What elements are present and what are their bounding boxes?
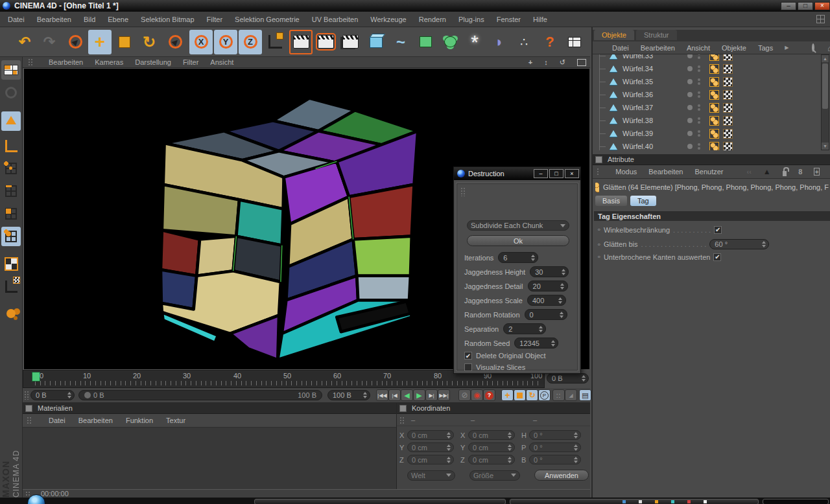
- tab-tag[interactable]: Tag: [630, 196, 656, 206]
- visualize-slices-checkbox[interactable]: [464, 363, 472, 371]
- tray-icon[interactable]: [622, 500, 626, 503]
- rotation-h-field[interactable]: 0 °: [529, 430, 581, 440]
- texture-tag-icon[interactable]: [723, 54, 733, 61]
- attr-menu-modus[interactable]: Modus: [615, 168, 637, 176]
- object-name[interactable]: Würfel.40: [622, 143, 669, 150]
- om-menu-datei[interactable]: Datei: [612, 44, 629, 52]
- om-menu-bearbeiten[interactable]: Bearbeiten: [641, 44, 675, 52]
- menu-selektion-bitmap[interactable]: Selektion Bitmap: [141, 16, 195, 23]
- viewport-menu-kameras[interactable]: Kameras: [95, 58, 123, 66]
- command-manager-button[interactable]: [563, 30, 586, 54]
- attr-menu-benutzer[interactable]: Benutzer: [695, 168, 724, 176]
- tray-icon[interactable]: [704, 500, 707, 503]
- dialog-maximize-button[interactable]: □: [549, 169, 563, 178]
- tray-icon[interactable]: [655, 500, 658, 503]
- visibility-dots[interactable]: [698, 143, 700, 150]
- spinner[interactable]: [362, 392, 368, 398]
- object-row[interactable]: Würfel.33: [593, 54, 821, 62]
- live-selection-button[interactable]: ▶: [64, 30, 87, 54]
- rotation-b-field[interactable]: 0 °: [529, 455, 581, 464]
- transport-grip[interactable]: [24, 391, 29, 400]
- goto-end-button[interactable]: ▶▶|: [438, 389, 450, 401]
- rotate-tool-button[interactable]: ↻: [137, 30, 161, 54]
- separation-field[interactable]: 2: [503, 323, 546, 334]
- visibility-dot[interactable]: [687, 54, 693, 58]
- slider-handle[interactable]: [84, 392, 91, 398]
- dialog-close-button[interactable]: ×: [565, 169, 579, 178]
- menu-fenster[interactable]: Fenster: [497, 16, 521, 23]
- position-x-field[interactable]: 0 cm: [407, 430, 454, 440]
- visibility-dot[interactable]: [687, 131, 693, 136]
- object-name[interactable]: Würfel.34: [622, 65, 669, 73]
- object-row[interactable]: Würfel.40: [593, 140, 821, 150]
- add-deformer-button[interactable]: ◗: [488, 30, 511, 54]
- viewport-maximize-icon[interactable]: [577, 59, 586, 66]
- previous-key-button[interactable]: |◀: [388, 389, 401, 401]
- apply-button[interactable]: Anwenden: [534, 470, 589, 481]
- taskbar-window-button[interactable]: [510, 499, 759, 504]
- winkelbeschraenkung-checkbox[interactable]: ✔: [714, 226, 722, 234]
- record-button[interactable]: ◉: [471, 389, 483, 401]
- viewport-menu-bearbeiten[interactable]: Bearbeiten: [49, 58, 83, 66]
- phong-tag-icon[interactable]: [709, 103, 719, 113]
- play-backwards-button[interactable]: ◀: [401, 389, 413, 401]
- link-icon[interactable]: 8: [798, 168, 802, 176]
- edge-mode-button[interactable]: [1, 181, 21, 201]
- goto-start-button[interactable]: |◀◀: [376, 389, 388, 401]
- pin-icon[interactable]: ▲: [763, 167, 771, 176]
- visibility-dots[interactable]: [698, 65, 700, 72]
- dialog-title-bar[interactable]: Destruction – □ ×: [454, 167, 580, 180]
- add-falloff-button[interactable]: ∴: [512, 30, 536, 54]
- panel-icon[interactable]: [595, 156, 602, 163]
- visibility-dots[interactable]: [698, 104, 700, 111]
- texture-tag-icon[interactable]: [723, 90, 733, 100]
- undo-button[interactable]: ↶: [13, 30, 36, 54]
- texture-tag-icon[interactable]: [723, 77, 733, 87]
- size-x-field[interactable]: 0 cm: [468, 430, 515, 440]
- materials-menu-datei[interactable]: Datei: [49, 417, 65, 424]
- spinner[interactable]: [66, 392, 72, 398]
- phong-tag-icon[interactable]: [709, 64, 719, 74]
- menu-bearbeiten[interactable]: Bearbeiten: [37, 16, 71, 23]
- visibility-dots[interactable]: [698, 91, 700, 98]
- taskbar-window-button[interactable]: [254, 499, 506, 504]
- visibility-dot[interactable]: [687, 118, 693, 123]
- position-y-field[interactable]: 0 cm: [407, 442, 454, 452]
- object-list-scrollbar[interactable]: ▲ ▼: [821, 54, 829, 150]
- close-button[interactable]: ×: [814, 2, 830, 10]
- menu-filter[interactable]: Filter: [207, 16, 222, 23]
- menu-datei[interactable]: Datei: [8, 16, 25, 23]
- frame-range-slider[interactable]: 0 B 100 B: [78, 390, 322, 400]
- menu-selektion-geometrie[interactable]: Selektion Geometrie: [235, 16, 300, 23]
- delete-original-checkbox[interactable]: ✔: [464, 352, 472, 360]
- tray-icon[interactable]: [687, 500, 691, 503]
- help-button[interactable]: ?: [538, 30, 562, 54]
- search-icon[interactable]: [812, 43, 814, 52]
- render-picture-viewer-button[interactable]: [314, 30, 337, 54]
- phong-tag-icon[interactable]: [709, 90, 719, 100]
- menu-rendern[interactable]: Rendern: [419, 16, 446, 23]
- phong-tag-icon[interactable]: [709, 142, 719, 151]
- menu-plugins[interactable]: Plug-ins: [458, 16, 484, 23]
- om-menu-objekte[interactable]: Objekte: [722, 44, 746, 52]
- redo-button[interactable]: ↷: [38, 30, 61, 54]
- tray-icon[interactable]: [639, 500, 642, 503]
- add-array-button[interactable]: [438, 30, 462, 54]
- visibility-dot[interactable]: [687, 105, 693, 110]
- maximize-button[interactable]: □: [798, 2, 813, 10]
- lock-x-axis-button[interactable]: X: [189, 30, 213, 54]
- viewport-menu-ansicht[interactable]: Ansicht: [210, 58, 233, 66]
- object-tree[interactable]: Würfel.33 Würfel.34 Würfel.35: [593, 54, 822, 150]
- play-button[interactable]: ▶: [413, 389, 425, 401]
- object-row[interactable]: Würfel.34: [593, 62, 821, 75]
- om-menu-ansicht[interactable]: Ansicht: [687, 44, 710, 52]
- record-help-button[interactable]: ?: [483, 389, 495, 401]
- ok-button[interactable]: Ok: [467, 235, 569, 246]
- object-name[interactable]: Würfel.39: [622, 130, 669, 137]
- uv-polygon-mode-button[interactable]: [1, 227, 21, 246]
- menu-ebene[interactable]: Ebene: [108, 16, 128, 23]
- panel-icon[interactable]: [399, 405, 407, 412]
- menu-werkzeuge[interactable]: Werkzeuge: [370, 16, 406, 23]
- visibility-dot[interactable]: [687, 79, 693, 84]
- object-row[interactable]: Würfel.36: [593, 88, 821, 101]
